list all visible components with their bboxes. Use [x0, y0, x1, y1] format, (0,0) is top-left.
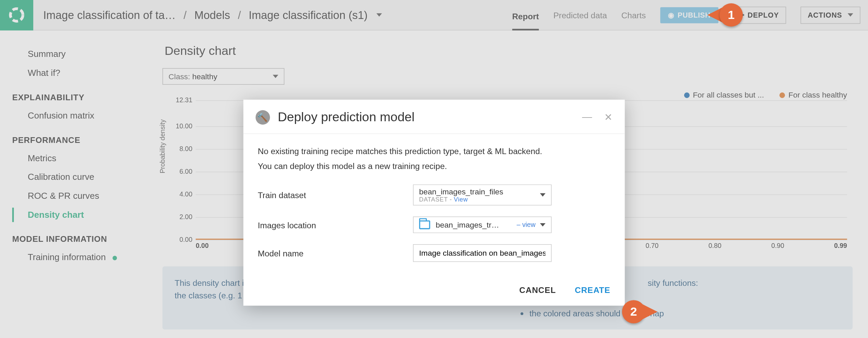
- model-name-input[interactable]: [413, 244, 552, 262]
- cancel-button[interactable]: CANCEL: [519, 285, 556, 295]
- modal-message: You can deploy this model as a new train…: [258, 160, 610, 172]
- view-link[interactable]: View: [454, 196, 468, 203]
- field-value: bean_images_tr…: [436, 220, 499, 229]
- images-location-select[interactable]: bean_images_tr… – view: [413, 216, 552, 233]
- modal-message: No existing training recipe matches this…: [258, 145, 610, 157]
- chevron-down-icon: [540, 193, 545, 197]
- field-label-images-location: Images location: [258, 220, 413, 230]
- minimize-icon[interactable]: —: [582, 111, 592, 123]
- create-button[interactable]: CREATE: [575, 285, 610, 295]
- modal-title: Deploy prediction model: [278, 110, 414, 125]
- field-value: bean_images_train_files: [419, 187, 503, 196]
- close-icon[interactable]: ✕: [604, 111, 613, 123]
- field-label-train-dataset: Train dataset: [258, 190, 413, 200]
- view-link[interactable]: – view: [517, 221, 536, 229]
- chevron-down-icon: [540, 223, 545, 227]
- deploy-icon: 🔨: [256, 110, 270, 125]
- field-sub: DATASET: [419, 196, 448, 203]
- folder-icon: [419, 220, 430, 229]
- field-label-model-name: Model name: [258, 248, 413, 258]
- train-dataset-select[interactable]: bean_images_train_files DATASET - View: [413, 184, 552, 205]
- deploy-modal: 🔨 Deploy prediction model — ✕ No existin…: [243, 100, 625, 305]
